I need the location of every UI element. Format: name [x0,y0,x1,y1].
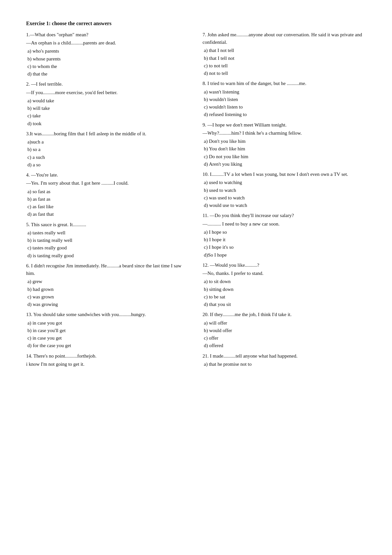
option-item: b) wouldn't listen [204,96,366,103]
options-list: a) would takeb) will takec) taked) took [27,97,189,127]
option-item: a) wasn't listening [204,88,366,96]
content-columns: 1.—What does "orphan" mean?—An orphan is… [26,31,366,371]
question-block-q10: 10. I..........TV a lot when I was young… [203,171,366,209]
options-list: a) wasn't listeningb) wouldn't listenc) … [204,88,366,119]
question-text: —Yes. I'm sorry about that. I got here .… [26,179,189,187]
option-item: c) was grown [27,293,189,301]
option-item: c) was used to watch [204,194,366,202]
options-list: a) to sit downb) sitting downc) to be sa… [204,278,366,308]
option-item: a) so fast as [27,188,189,195]
question-text: —........... I need to buy a new car soo… [203,220,366,228]
question-block-q5: 5. This sauce is great. It...........a) … [26,221,189,260]
options-list: a) Don't you like himb) You don't like h… [204,138,366,168]
question-text: —An orphan is a child..........parents a… [26,39,189,47]
question-text: 13. You should take some sandwiches with… [26,311,189,318]
question-block-q11: 11. —Do you think they'll increase our s… [203,212,366,259]
option-item: b) used to watch [204,187,366,194]
question-text: 20. If they..........me the job, I think… [203,311,366,318]
question-text: 12. —Would you like..........? [203,261,366,269]
question-block-q9: 9. —I hope we don't meet William tonight… [203,121,366,168]
question-block-q12: 12. —Would you like..........?—No, thank… [203,261,366,309]
option-item: a) will offer [204,319,366,327]
question-text: 14. There's no point..........forthejob. [26,352,189,360]
option-item: c) wouldn't listen to [204,103,366,111]
question-text: 9. —I hope we don't meet William tonight… [203,121,366,129]
options-list: a) so fast asb) as fast asc) as fast lik… [27,188,189,218]
option-item: b) would offer [204,327,366,334]
options-list: a) tastes really wellb) is tasting reall… [27,229,189,260]
question-block-q3: 3.It was..........boring film that I fel… [26,130,189,169]
question-text: 10. I..........TV a lot when I was young… [203,171,366,178]
option-item: d) was growing [27,301,189,308]
question-text: 21. I made..........tell anyone what had… [203,352,366,360]
option-item: b) had grown [27,286,189,293]
options-list: a) grewb) had grownc) was grownd) was gr… [27,278,189,308]
question-block-q4: 4. —You're late.—Yes. I'm sorry about th… [26,171,189,218]
option-item: d) Aren't you liking [204,160,366,168]
question-block-q2: 2. —I feel terrible.—If you..........mor… [26,80,189,127]
exercise-title: Exercise 1: choose the correct answers [26,20,366,28]
question-text: 7. John asked me..........anyone about o… [203,31,366,46]
option-item: c) as fast like [27,203,189,210]
option-item: d) that you sit [204,301,366,308]
option-item: c) Do not you like him [204,153,366,160]
option-item: d) refused listening to [204,111,366,118]
option-item: a) Don't you like him [204,138,366,145]
question-text: 2. —I feel terrible. [26,80,189,88]
option-item: c) tastes really good [27,244,189,252]
options-list: a) used to watchingb) used to watchc) wa… [204,179,366,209]
option-item: d) for the case you get [27,342,189,349]
option-item: a) that he promise not to [204,361,366,368]
options-list: a)such ab) so ac) a suchd) a so [27,138,189,169]
question-text: —If you..........more exercise, you'd fe… [26,89,189,96]
options-list: a) that he promise not to [204,361,366,368]
option-item: d) as fast that [27,210,189,218]
option-item: c) I hope it's so [204,244,366,251]
question-block-q8: 8. I tried to warn him of the danger, bu… [203,80,366,118]
option-item: b) in case you'll get [27,327,189,334]
option-item: c) to be sat [204,293,366,301]
option-item: b) sitting down [204,286,366,293]
option-item: c) take [27,112,189,120]
option-item: c) a such [27,154,189,161]
question-text: 4. —You're late. [26,171,189,179]
option-item: d) a so [27,161,189,169]
options-list: a) will offerb) would offerc) offerd) of… [204,319,366,350]
option-item: a) used to watching [204,179,366,186]
question-block-q6: 6. I didn't recognise Jim immediately. H… [26,262,189,309]
question-text: 3.It was..........boring film that I fel… [26,130,189,138]
option-item: b) so a [27,146,189,153]
question-block-q20: 20. If they..........me the job, I think… [203,311,366,349]
question-text: 1.—What does "orphan" mean? [26,31,189,39]
right-column: 7. John asked me..........anyone about o… [203,31,366,371]
option-item: d) not to tell [204,70,366,77]
question-text: —Why?..........him? I think he's a charm… [203,129,366,137]
question-block-q7: 7. John asked me..........anyone about o… [203,31,366,77]
option-item: d)So I hope [204,251,366,259]
page: Exercise 1: choose the correct answers 1… [0,0,392,555]
option-item: a) that I not tell [204,47,366,54]
question-block-q1: 1.—What does "orphan" mean?—An orphan is… [26,31,189,78]
option-item: d) offered [204,342,366,349]
question-text: 11. —Do you think they'll increase our s… [203,212,366,219]
option-item: b) will take [27,105,189,112]
option-item: a) who's parents [27,47,189,55]
option-item: d) took [27,120,189,127]
option-item: c) to whom the [27,63,189,70]
option-item: b) as fast as [27,195,189,203]
question-text: 8. I tried to warn him of the danger, bu… [203,80,366,87]
option-item: a) tastes really well [27,229,189,237]
option-item: b) You don't like him [204,145,366,153]
option-item: b) I hope it [204,236,366,244]
option-item: c) offer [204,334,366,342]
option-item: a) to sit down [204,278,366,285]
left-column: 1.—What does "orphan" mean?—An orphan is… [26,31,189,371]
option-item: a) grew [27,278,189,285]
question-text: i know I'm not going to get it. [26,361,189,368]
option-item: a) would take [27,97,189,105]
question-text: —No, thanks. I prefer to stand. [203,270,366,277]
option-item: b) whose parents [27,55,189,63]
question-block-q14: 14. There's no point..........forthejob.… [26,352,189,368]
question-text: 5. This sauce is great. It........... [26,221,189,228]
option-item: a)such a [27,138,189,146]
